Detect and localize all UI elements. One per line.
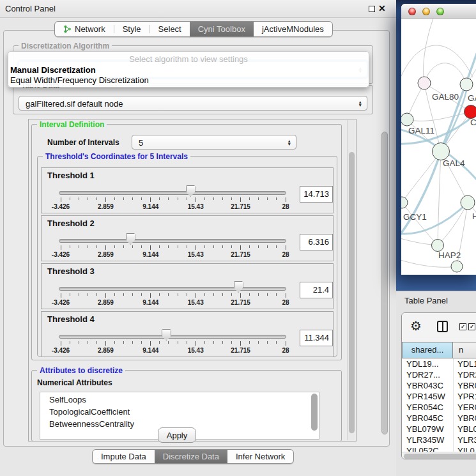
threshold-4-slider[interactable]: -3.4262.8599.14415.4321.71528: [42, 312, 333, 357]
threshold-3-slider[interactable]: -3.4262.8599.14415.4321.71528: [42, 264, 333, 309]
slider-tick: [150, 245, 151, 250]
threshold-3-value-field[interactable]: 21.4: [300, 282, 333, 298]
group-title: Discretization Algorithm: [19, 42, 112, 50]
tab-impute-data[interactable]: Impute Data: [93, 450, 155, 463]
checkbox-icon[interactable]: ✓: [459, 323, 466, 330]
column-header-shared[interactable]: shared...: [402, 342, 453, 358]
tick-label: -3.426: [40, 347, 81, 354]
threshold-1-value-field[interactable]: 14.713: [300, 186, 333, 203]
table-row[interactable]: YLR345WYLR3: [402, 434, 476, 445]
table-row[interactable]: YBR045CYBR0: [402, 413, 476, 424]
close-icon[interactable]: ✕: [378, 3, 386, 13]
slider-thumb[interactable]: [234, 281, 243, 293]
threshold-1-slider[interactable]: -3.4262.8599.14415.4321.71528: [42, 168, 333, 213]
network-node-node[interactable]: [451, 261, 463, 272]
table-row[interactable]: YDL19...YDL1: [402, 358, 476, 369]
list-scrollbar[interactable]: [311, 394, 318, 431]
split-columns-icon[interactable]: [437, 321, 448, 332]
tab-style[interactable]: Style: [114, 22, 150, 36]
slider-tick: [249, 341, 250, 344]
slider-thumb[interactable]: [162, 329, 171, 341]
threshold-2-value-field[interactable]: 6.316: [300, 234, 333, 250]
scrollpane-scrollbar[interactable]: [347, 120, 355, 440]
network-node-ga[interactable]: [460, 78, 473, 91]
slider-track[interactable]: [59, 287, 286, 291]
control-panel-titlebar: Control Panel ✕: [0, 0, 396, 18]
tab-jactivemnodules[interactable]: jActiveMNodules: [254, 22, 332, 36]
network-node-hap2[interactable]: [432, 240, 444, 252]
tab-discretize-data[interactable]: Discretize Data: [155, 450, 227, 463]
slider-tick: [286, 197, 286, 202]
zoom-traffic-light[interactable]: [436, 8, 444, 15]
close-traffic-light[interactable]: [408, 8, 416, 15]
horizontal-scrollbar[interactable]: [402, 452, 476, 459]
slider-tick: [70, 293, 70, 296]
table-row[interactable]: YIL052CYIL0: [402, 445, 476, 452]
network-node-gal11[interactable]: [401, 113, 413, 126]
cell-shared-name: YBR045C: [406, 413, 443, 424]
cell-shared-name: YDR27...: [406, 369, 440, 380]
tick-label: 2.859: [85, 347, 126, 354]
slider-track[interactable]: [59, 239, 286, 243]
slider-tick: [105, 245, 106, 250]
tick-label: 15.43: [175, 251, 216, 258]
table-row[interactable]: YBR043CYBR0: [402, 380, 476, 391]
network-node-gal80[interactable]: [418, 77, 431, 89]
slider-tick: [187, 197, 187, 200]
network-node-gal4[interactable]: [433, 143, 450, 160]
table-row[interactable]: YPR145WYPR1: [402, 391, 476, 402]
control-panel-tabs: NetworkStyleSelectCyni ToolboxjActiveMNo…: [54, 21, 333, 37]
slider-tick: [159, 245, 160, 248]
slider-thumb[interactable]: [186, 185, 196, 197]
tick-label: -3.426: [40, 299, 81, 306]
network-node-gcy1[interactable]: [401, 197, 408, 208]
tab-select[interactable]: Select: [150, 22, 190, 36]
slider-track[interactable]: [59, 335, 286, 339]
panel-scrollbar[interactable]: [381, 121, 388, 442]
node-label-h: H: [472, 211, 476, 221]
table-panel-dock: Table Panel ⚙ ✓ ✓ shared...n YDL19...YDL…: [396, 291, 476, 476]
slider-track[interactable]: [59, 191, 286, 195]
network-node-c[interactable]: [464, 105, 476, 119]
slider-tick: [123, 197, 124, 200]
minimize-traffic-light[interactable]: [422, 8, 430, 15]
tab-infer-network[interactable]: Infer Network: [227, 450, 293, 463]
float-window-icon[interactable]: [369, 6, 375, 12]
algorithm-option-manual-discretization[interactable]: Manual Discretization: [10, 65, 367, 75]
slider-tick: [286, 293, 286, 298]
table-data-combobox[interactable]: galFiltered.sif default node ▲ ▼: [19, 96, 367, 111]
scrollbar-thumb[interactable]: [404, 454, 476, 459]
algorithm-option-equal-width-frequency-discretization[interactable]: Equal Width/Frequency Discretization: [10, 75, 367, 86]
checkbox-icon[interactable]: ✓: [468, 323, 475, 330]
attribute-item-selfloops[interactable]: SelfLoops: [40, 394, 319, 406]
column-header-n[interactable]: n: [453, 342, 476, 358]
threshold-4-value-field[interactable]: 11.344: [300, 330, 333, 346]
number-of-intervals-combobox[interactable]: 5 ▲ ▼: [132, 135, 296, 150]
tab-network[interactable]: Network: [55, 22, 114, 36]
tick-label: 2.859: [85, 299, 126, 306]
cell-name: YIL0: [457, 445, 475, 452]
slider-thumb[interactable]: [126, 233, 135, 245]
apply-button[interactable]: Apply: [158, 427, 196, 443]
slider-tick: [204, 293, 205, 296]
slider-tick: [168, 293, 169, 296]
table-data-group: Table Data galFiltered.sif default node …: [13, 85, 373, 114]
scrollbar-thumb[interactable]: [381, 132, 388, 434]
slider-tick: [105, 197, 106, 202]
tab-cyni-toolbox[interactable]: Cyni Toolbox: [190, 22, 254, 36]
network-graph[interactable]: GAL80GACGAL11GAL4GCY1HHAP2: [401, 19, 476, 274]
gear-icon[interactable]: ⚙: [410, 318, 422, 334]
combo-value: galFiltered.sif default node: [26, 96, 123, 111]
tab-label: jActiveMNodules: [262, 24, 324, 34]
network-edge: [438, 151, 441, 245]
table-row[interactable]: YDR27...YDR2: [402, 369, 476, 380]
table-row[interactable]: YBL079WYBL0: [402, 424, 476, 434]
scrollbar-thumb[interactable]: [349, 152, 355, 433]
table-row[interactable]: YER054CYER0: [402, 402, 476, 413]
attribute-item-topologicalcoefficient[interactable]: TopologicalCoefficient: [40, 406, 319, 418]
threshold-2-slider[interactable]: -3.4262.8599.14415.4321.71528: [42, 216, 333, 261]
slider-tick: [258, 197, 259, 200]
network-window-titlebar[interactable]: [401, 4, 476, 19]
slider-tick: [150, 197, 151, 202]
network-node-h[interactable]: [461, 196, 475, 210]
